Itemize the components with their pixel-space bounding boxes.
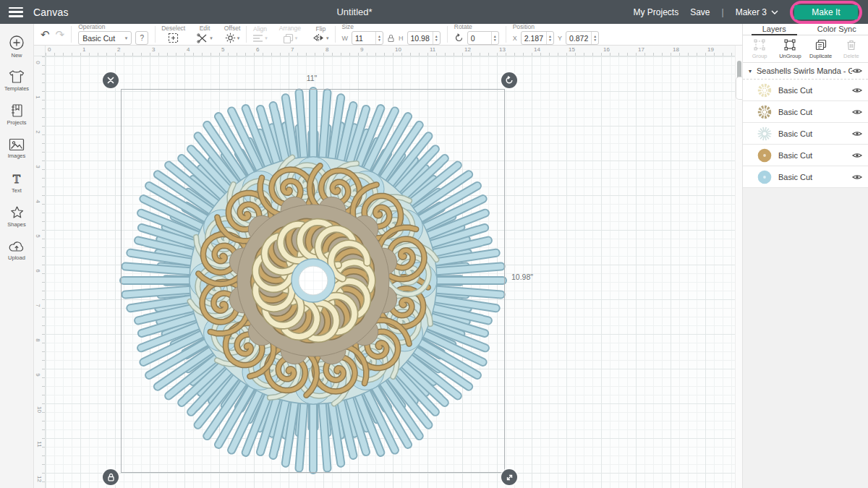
delete-label: Delete [843,53,859,59]
tab-layers[interactable]: Layers [743,24,806,35]
layer-rows: Basic CutBasic CutBasic CutBasic CutBasi… [743,80,868,188]
layer-row[interactable]: Basic Cut [743,80,868,101]
chevron-down-icon: ▾ [237,35,240,41]
star-icon [9,205,25,220]
visibility-toggle[interactable] [852,130,862,137]
sidebar-item-new[interactable]: New [0,30,34,64]
tshirt-icon [9,69,25,84]
selection-bounding-box[interactable] [121,89,505,473]
layer-row[interactable]: Basic Cut [743,101,868,123]
edit-toolbar: ↶ ↷ Operation Basic Cut ▾ ? Deselect Edi… [34,24,742,46]
flip-menu-button[interactable]: ▾ [312,33,329,43]
rotate-label: Rotate [454,24,472,30]
sidebar-item-text[interactable]: T Text [0,166,34,200]
rotate-stepper[interactable]: ▲▼ [491,32,498,44]
panel-tabs: Layers Color Sync [743,24,868,35]
layer-group-header[interactable]: ▾ Seashells Swirls Manda - Gr... [743,63,868,80]
width-stepper[interactable]: ▲▼ [375,32,383,44]
width-label: W [342,35,349,42]
sidebar-item-shapes[interactable]: Shapes [0,200,34,234]
lock-handle[interactable] [103,469,119,485]
layer-row[interactable]: Basic Cut [743,166,868,188]
picture-icon [9,138,25,151]
topbar-divider: | [722,7,724,17]
layer-group-name: Seashells Swirls Manda - Gr... [757,67,852,75]
sidebar-item-templates[interactable]: Templates [0,64,34,98]
group-button: Group [744,39,775,59]
rotate-icon[interactable] [454,33,464,43]
height-value: 10.98 [408,32,433,44]
canvas-scrollbar[interactable] [735,45,742,488]
rotate-input[interactable]: 0 ▲▼ [467,31,499,45]
save-link[interactable]: Save [690,7,710,17]
height-input[interactable]: 10.98 ▲▼ [407,31,441,45]
svg-text:T: T [13,172,21,186]
document-title[interactable]: Untitled* [304,7,405,17]
ungroup-icon [784,39,796,51]
lock-ratio-icon[interactable] [387,34,395,43]
layer-thumbnail [757,169,773,185]
layer-label: Basic Cut [778,173,852,181]
sidebar-item-label: New [11,52,22,59]
y-stepper[interactable]: ▲▼ [591,32,598,44]
sidebar-item-label: Templates [4,85,29,92]
letter-t-icon: T [9,171,24,186]
edit-label: Edit [200,25,210,32]
rotate-handle[interactable] [501,72,517,88]
delete-handle[interactable] [103,72,119,88]
cloud-upload-icon [9,240,25,253]
edit-menu-button[interactable]: ▾ [197,33,213,43]
sidebar-item-label: Text [12,187,22,194]
make-it-button[interactable]: Make It [794,5,858,20]
machine-label: Maker 3 [736,7,767,17]
layers-panel: Layers Color Sync Group UnGroup Duplicat… [742,24,868,488]
layer-label: Basic Cut [778,129,852,138]
layer-thumbnail [757,82,773,98]
offset-menu-button[interactable]: ▾ [225,33,240,43]
arrange-icon [283,33,294,43]
visibility-toggle[interactable] [852,108,862,116]
trash-icon [846,39,856,51]
y-position-input[interactable]: 0.872 ▲▼ [566,31,599,45]
deselect-button[interactable] [168,33,179,43]
resize-handle[interactable] [501,469,517,485]
visibility-toggle[interactable] [852,67,862,74]
menu-icon[interactable] [9,7,23,17]
position-label: Position [513,24,535,30]
operation-select[interactable]: Basic Cut ▾ [78,31,132,45]
x-value: 2.187 [522,32,546,44]
layer-thumbnail [757,126,773,142]
layer-row[interactable]: Basic Cut [743,145,868,166]
my-projects-link[interactable]: My Projects [633,7,678,17]
height-stepper[interactable]: ▲▼ [433,32,440,44]
chevron-down-icon [771,10,778,14]
y-label: Y [558,35,562,42]
sidebar-item-upload[interactable]: Upload [0,234,34,267]
x-stepper[interactable]: ▲▼ [546,32,553,44]
redo-button: ↷ [56,29,65,40]
offset-icon [225,33,236,43]
width-input[interactable]: 11 ▲▼ [352,31,383,45]
visibility-toggle[interactable] [852,174,862,181]
plus-circle-icon [9,35,25,51]
eye-icon [852,174,862,181]
group-icon [754,39,765,51]
sidebar-item-projects[interactable]: Projects [0,98,34,132]
chevron-down-icon: ▾ [210,35,213,41]
top-bar: Canvas Untitled* My Projects Save | Make… [0,0,868,24]
x-position-input[interactable]: 2.187 ▲▼ [521,31,554,45]
ungroup-button[interactable]: UnGroup [775,39,805,59]
duplicate-button[interactable]: Duplicate [806,39,836,59]
tab-color-sync[interactable]: Color Sync [806,24,868,35]
visibility-toggle[interactable] [852,87,862,94]
operation-value: Basic Cut [82,34,115,43]
undo-button[interactable]: ↶ [41,29,50,40]
sidebar-item-images[interactable]: Images [0,132,34,166]
machine-selector[interactable]: Maker 3 [736,7,778,17]
visibility-toggle[interactable] [852,152,862,159]
layer-row[interactable]: Basic Cut [743,123,868,145]
rotate-value: 0 [468,32,491,44]
duplicate-icon [815,39,827,51]
notebook-icon [9,103,24,118]
operation-help-button[interactable]: ? [135,31,148,45]
